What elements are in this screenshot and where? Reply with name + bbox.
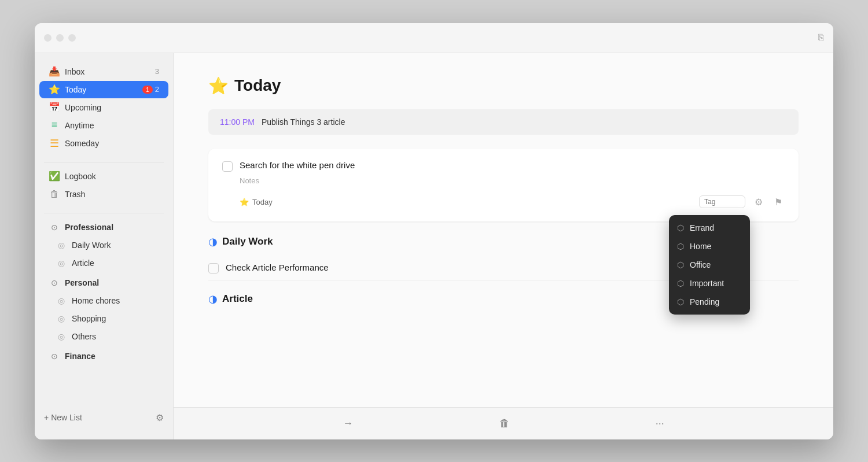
project-icon: ◎ bbox=[56, 239, 67, 251]
sidebar-item-label: Article bbox=[72, 258, 159, 268]
main-content: ⭐ Today 11:00 PM Publish Things 3 articl… bbox=[174, 53, 833, 407]
tag-input[interactable] bbox=[699, 195, 745, 208]
sidebar-item-personal[interactable]: ⊙ Personal bbox=[39, 274, 168, 291]
tag-label-icon: ⬡ bbox=[677, 260, 684, 269]
sidebar-item-label: Trash bbox=[65, 190, 159, 199]
projects-section: ⊙ Professional ◎ Daily Work ◎ Article ⊙ … bbox=[35, 218, 173, 365]
sidebar-item-today[interactable]: ⭐ Today 1 2 bbox=[39, 81, 168, 98]
move-button[interactable]: → bbox=[331, 413, 365, 434]
sidebar-item-upcoming[interactable]: 📅 Upcoming bbox=[39, 99, 168, 116]
tag-item-label: Office bbox=[690, 260, 711, 269]
group-icon: ⊙ bbox=[49, 277, 60, 289]
sidebar-item-label: Home chores bbox=[72, 296, 159, 305]
sidebar-item-trash[interactable]: 🗑 Trash bbox=[39, 186, 168, 203]
tag-dropdown: ⬡ Errand ⬡ Home ⬡ Office bbox=[669, 215, 750, 315]
project-icon: ◎ bbox=[56, 295, 67, 306]
sidebar-divider bbox=[44, 162, 164, 162]
plus-icon: + bbox=[44, 413, 49, 422]
sidebar-item-label: Inbox bbox=[65, 67, 155, 76]
close-button[interactable] bbox=[44, 34, 52, 42]
sidebar-item-label: Someday bbox=[65, 139, 159, 148]
main-toolbar: → 🗑 ··· bbox=[174, 407, 833, 439]
sidebar-item-label: Today bbox=[65, 85, 142, 94]
task-title-check-article: Check Article Performance bbox=[226, 263, 329, 272]
tag-dropdown-item-office[interactable]: ⬡ Office bbox=[669, 256, 750, 274]
section-icon-daily-work: ◑ bbox=[208, 235, 218, 248]
sidebar-item-label: Shopping bbox=[72, 314, 159, 323]
more-button[interactable]: ··· bbox=[644, 413, 676, 434]
sidebar-item-anytime[interactable]: ≡ Anytime bbox=[39, 117, 168, 134]
filter-icon: ⚙ bbox=[156, 413, 164, 423]
group-icon: ⊙ bbox=[49, 221, 60, 233]
today-badge-label: Today bbox=[252, 198, 273, 206]
task-card-header: Search for the white pen drive bbox=[222, 160, 785, 172]
content-area: 📥 Inbox 3 ⭐ Today 1 2 📅 Upcoming ≡ Anyti… bbox=[35, 53, 833, 439]
smart-lists-section: 📥 Inbox 3 ⭐ Today 1 2 📅 Upcoming ≡ Anyti… bbox=[35, 62, 173, 153]
titlebar: ⎘ bbox=[35, 23, 833, 53]
filter-action-icon[interactable]: ⚙ bbox=[752, 194, 765, 210]
project-icon: ◎ bbox=[56, 313, 67, 324]
new-list-button[interactable]: + New List bbox=[39, 411, 87, 424]
task-actions: ⚙ ⚑ ⬡ Errand ⬡ Home bbox=[699, 194, 785, 210]
sidebar-item-label: Logbook bbox=[65, 172, 159, 181]
sidebar-item-professional[interactable]: ⊙ Professional bbox=[39, 219, 168, 236]
today-badge-icon: ⭐ bbox=[240, 198, 249, 206]
tag-label-icon: ⬡ bbox=[677, 242, 684, 251]
time-task-title: Publish Things 3 article bbox=[262, 117, 345, 127]
tag-label-icon: ⬡ bbox=[677, 223, 684, 232]
time-label: 11:00 PM bbox=[220, 117, 255, 127]
sidebar-item-logbook[interactable]: ✅ Logbook bbox=[39, 168, 168, 185]
task-notes[interactable]: Notes bbox=[240, 176, 785, 185]
tag-dropdown-item-home[interactable]: ⬡ Home bbox=[669, 237, 750, 256]
trash-icon: 🗑 bbox=[49, 189, 60, 200]
flag-action-icon[interactable]: ⚑ bbox=[772, 194, 785, 210]
maximize-button[interactable] bbox=[68, 34, 76, 42]
section-icon-article: ◑ bbox=[208, 293, 218, 305]
app-window: ⎘ 📥 Inbox 3 ⭐ Today 1 2 📅 Upcomi bbox=[35, 23, 833, 439]
upcoming-icon: 📅 bbox=[49, 102, 60, 113]
tag-item-label: Important bbox=[690, 279, 724, 288]
task-footer: ⭐ Today ⚙ ⚑ ⬡ Errand bbox=[240, 194, 785, 210]
task-title: Search for the white pen drive bbox=[240, 160, 355, 170]
sidebar-item-home-chores[interactable]: ◎ Home chores bbox=[39, 292, 168, 309]
sidebar-item-daily-work[interactable]: ◎ Daily Work bbox=[39, 236, 168, 254]
delete-button[interactable]: 🗑 bbox=[488, 413, 521, 434]
copy-icon[interactable]: ⎘ bbox=[818, 32, 824, 43]
sidebar-item-label: Anytime bbox=[65, 121, 159, 130]
filter-button[interactable]: ⚙ bbox=[151, 410, 168, 426]
tag-dropdown-item-important[interactable]: ⬡ Important bbox=[669, 274, 750, 293]
project-icon: ◎ bbox=[56, 257, 67, 269]
task-card: Search for the white pen drive Notes ⭐ T… bbox=[208, 149, 799, 221]
today-icon: ⭐ bbox=[49, 84, 60, 95]
sidebar-item-label: Finance bbox=[65, 352, 159, 361]
sidebar-item-article[interactable]: ◎ Article bbox=[39, 254, 168, 272]
sidebar-item-label: Daily Work bbox=[72, 241, 159, 250]
logbook-icon: ✅ bbox=[49, 171, 60, 182]
inbox-icon: 📥 bbox=[49, 66, 60, 77]
sidebar-item-someday[interactable]: ☰ Someday bbox=[39, 135, 168, 152]
sidebar-item-label: Upcoming bbox=[65, 103, 159, 112]
anytime-icon: ≡ bbox=[49, 120, 60, 131]
time-task-item[interactable]: 11:00 PM Publish Things 3 article bbox=[208, 109, 799, 135]
tag-item-label: Pending bbox=[690, 297, 719, 306]
system-lists-section: ✅ Logbook 🗑 Trash bbox=[35, 167, 173, 204]
sidebar-divider-2 bbox=[44, 213, 164, 213]
tag-dropdown-item-pending[interactable]: ⬡ Pending bbox=[669, 293, 750, 311]
sidebar-item-inbox[interactable]: 📥 Inbox 3 bbox=[39, 63, 168, 80]
sidebar-item-finance[interactable]: ⊙ Finance bbox=[39, 348, 168, 365]
new-list-label: New List bbox=[51, 413, 82, 422]
minimize-button[interactable] bbox=[56, 34, 64, 42]
sidebar-item-shopping[interactable]: ◎ Shopping bbox=[39, 310, 168, 327]
sidebar-bottom: + New List ⚙ bbox=[35, 405, 173, 430]
tag-item-label: Home bbox=[690, 242, 711, 251]
project-icon: ◎ bbox=[56, 331, 67, 342]
task-checkbox-2[interactable] bbox=[208, 263, 219, 273]
tag-dropdown-item-errand[interactable]: ⬡ Errand bbox=[669, 219, 750, 237]
today-count: 2 bbox=[155, 85, 159, 94]
sidebar-item-label: Personal bbox=[65, 278, 159, 287]
someday-icon: ☰ bbox=[49, 138, 60, 149]
task-checkbox[interactable] bbox=[222, 161, 233, 172]
today-badge: 1 bbox=[142, 86, 153, 94]
traffic-lights bbox=[44, 34, 76, 42]
sidebar-item-others[interactable]: ◎ Others bbox=[39, 328, 168, 345]
